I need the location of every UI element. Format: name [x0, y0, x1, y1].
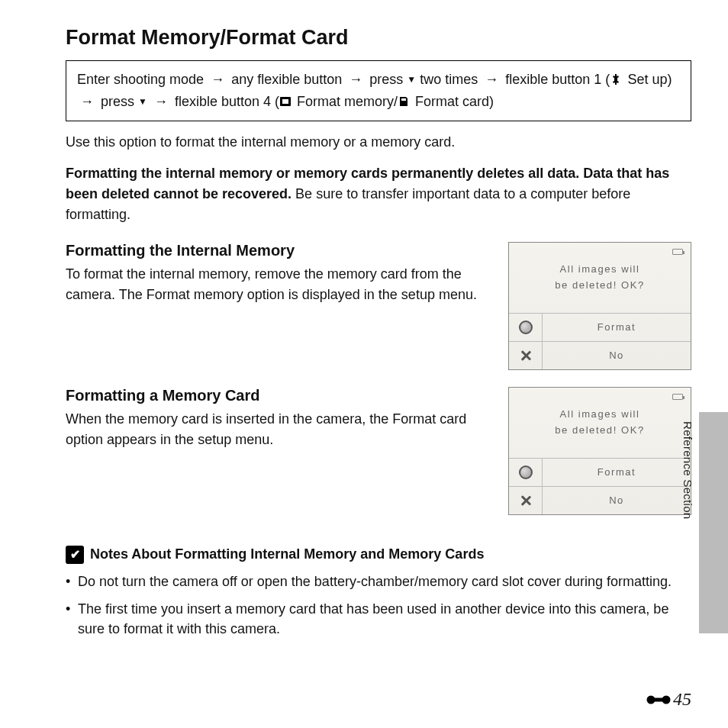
- nav-seg: Enter shooting mode: [77, 72, 204, 87]
- svg-rect-1: [282, 99, 288, 104]
- warning-text: Formatting the internal memory or memory…: [66, 163, 691, 225]
- svg-rect-5: [651, 697, 666, 701]
- memory-icon: [279, 95, 292, 108]
- setup-icon: [610, 73, 622, 85]
- section-body: When the memory card is inserted in the …: [66, 409, 494, 450]
- nav-seg: Format memory/: [293, 94, 398, 109]
- section-body: To format the internal memory, remove th…: [66, 264, 494, 305]
- nav-seg: flexible button 1 (: [505, 72, 610, 87]
- svg-rect-2: [401, 98, 406, 101]
- battery-icon: [672, 249, 683, 255]
- navigation-path-box: Enter shooting mode → any flexible butto…: [66, 60, 691, 121]
- screen-message-line: All images will: [559, 262, 639, 278]
- section-heading: Formatting the Internal Memory: [66, 242, 494, 259]
- arrow-right-icon: →: [485, 72, 498, 87]
- note-item: The first time you insert a memory card …: [66, 599, 691, 639]
- screen-option-no: No: [509, 341, 691, 369]
- camera-screen-illustration: All images will be deleted! OK? Format N…: [508, 242, 691, 370]
- section-internal-memory: Formatting the Internal Memory To format…: [66, 242, 691, 370]
- screen-message-line: be deleted! OK?: [555, 423, 644, 439]
- nav-seg: flexible button 4 (: [175, 94, 279, 109]
- screen-option-format: Format: [509, 313, 691, 341]
- triangle-down-icon: ▼: [407, 72, 416, 87]
- cancel-x-icon: [519, 349, 533, 362]
- screen-message-line: be deleted! OK?: [555, 278, 644, 294]
- ok-circle-icon: [519, 465, 533, 479]
- screen-message-line: All images will: [559, 407, 639, 423]
- note-item: Do not turn the camera off or open the b…: [66, 572, 691, 591]
- section-thumb-tab: [699, 412, 728, 633]
- section-memory-card: Formatting a Memory Card When the memory…: [66, 387, 691, 515]
- reference-link-icon: [646, 693, 672, 707]
- page-title: Format Memory/Format Card: [66, 26, 691, 50]
- arrow-right-icon: →: [211, 72, 224, 87]
- notes-block: ✔ Notes About Formatting Internal Memory…: [66, 546, 691, 639]
- arrow-right-icon: →: [154, 94, 168, 109]
- screen-option-format: Format: [509, 458, 691, 486]
- card-icon: [398, 95, 410, 108]
- notes-heading: Notes About Formatting Internal Memory a…: [90, 546, 484, 562]
- section-side-label: Reference Section: [681, 421, 694, 520]
- nav-seg: press: [369, 72, 403, 87]
- nav-seg: any flexible button: [231, 72, 342, 87]
- arrow-right-icon: →: [349, 72, 362, 87]
- nav-seg: Set up): [623, 72, 672, 87]
- intro-text: Use this option to format the internal m…: [66, 132, 691, 153]
- triangle-down-icon: ▼: [138, 95, 147, 109]
- checkmark-box-icon: ✔: [66, 546, 84, 564]
- page-number: 45: [646, 689, 691, 710]
- nav-seg: two times: [420, 72, 478, 87]
- cancel-x-icon: [519, 494, 533, 507]
- screen-option-no: No: [509, 486, 691, 514]
- ok-circle-icon: [519, 321, 533, 334]
- battery-icon: [672, 394, 683, 400]
- arrow-right-icon: →: [80, 94, 94, 109]
- section-heading: Formatting a Memory Card: [66, 387, 494, 404]
- nav-seg: Format card): [411, 94, 494, 109]
- nav-seg: press: [101, 94, 134, 109]
- camera-screen-illustration: All images will be deleted! OK? Format N…: [508, 387, 691, 515]
